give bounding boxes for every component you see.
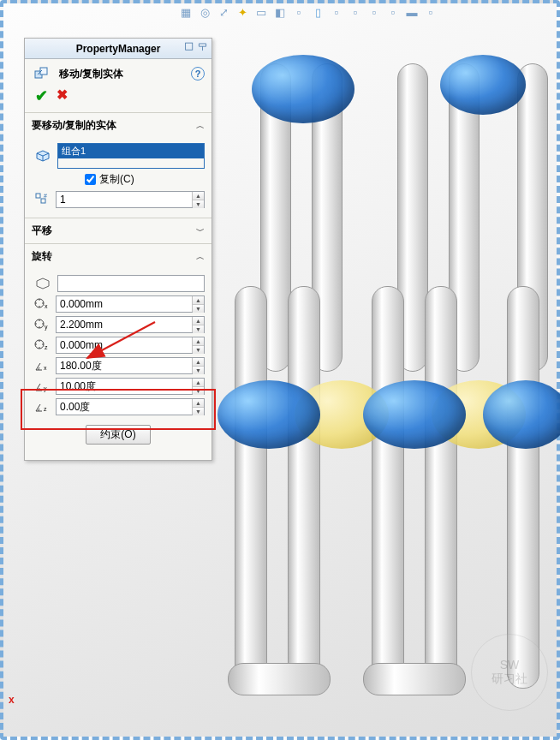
svg-rect-0 (186, 43, 193, 50)
property-manager-panel: PropertyManager 移动/复制实体 ? ✔ ✖ 要移动/复制的实体 … (24, 38, 212, 461)
angle-x-field[interactable]: ▲▼ (56, 357, 205, 374)
constrain-button[interactable]: 约束(O) (86, 425, 150, 445)
tool-icon[interactable]: ▦ (179, 5, 193, 19)
tool-icon[interactable]: ✦ (235, 5, 249, 19)
section-title: 旋转 (32, 249, 52, 264)
spinner-down[interactable]: ▼ (193, 200, 204, 208)
ok-button[interactable]: ✔ (35, 87, 48, 105)
watermark: SW 研习社 (471, 634, 548, 711)
svg-text:z: z (44, 406, 47, 412)
svg-text:x: x (44, 365, 47, 371)
center-y-field[interactable]: ▲▼ (56, 316, 205, 333)
tool-icon[interactable]: ▯ (311, 5, 325, 19)
center-z-field[interactable]: ▲▼ (56, 337, 205, 354)
tool-icon[interactable]: ▫ (367, 5, 381, 19)
tool-icon[interactable]: ▫ (292, 5, 306, 19)
view-toolbar: ▦ ◎ ⤢ ✦ ▭ ◧ ▫ ▯ ▫ ▫ ▫ ▫ ▬ ▫ (179, 5, 438, 19)
copy-count-field[interactable]: ▲▼ (56, 191, 205, 208)
cancel-button[interactable]: ✖ (57, 87, 68, 105)
feature-icon (32, 64, 54, 83)
angle-z-input[interactable] (57, 399, 192, 415)
center-z-input[interactable] (57, 337, 192, 353)
chevron-down-icon: ﹀ (196, 225, 205, 237)
pin-group[interactable] (184, 41, 208, 55)
help-icon[interactable]: ? (191, 67, 205, 81)
tool-icon[interactable]: ◎ (198, 5, 211, 19)
tool-icon[interactable]: ▫ (330, 5, 343, 19)
svg-text:y: y (45, 324, 48, 331)
section-title: 平移 (32, 224, 52, 238)
svg-text:x: x (45, 303, 48, 309)
section-title: 要移动/复制的实体 (32, 118, 116, 133)
feature-title: 移动/复制实体 (59, 67, 123, 81)
spinner-up[interactable]: ▲ (193, 192, 204, 200)
center-x-field[interactable]: ▲▼ (56, 295, 205, 313)
tool-icon[interactable]: ▭ (254, 5, 268, 19)
count-icon: # (32, 190, 52, 209)
tool-icon[interactable]: ▫ (424, 5, 438, 19)
center-y-icon: y (32, 315, 52, 334)
tool-icon[interactable]: ⤢ (217, 5, 230, 19)
section-rotate-header[interactable]: 旋转 ︿ (25, 244, 211, 269)
copy-checkbox[interactable] (85, 174, 96, 185)
svg-text:#: # (44, 193, 47, 199)
selection-box[interactable]: 组合1 (57, 143, 205, 169)
svg-text:y: y (44, 385, 47, 392)
selection-item[interactable]: 组合1 (58, 144, 204, 158)
copy-count-input[interactable] (57, 192, 192, 207)
pm-title-bar: PropertyManager (25, 39, 211, 59)
body-icon (32, 146, 54, 165)
section-translate-header[interactable]: 平移 ﹀ (25, 218, 211, 243)
angle-x-icon: x (32, 356, 52, 375)
axis-select-icon (32, 274, 54, 293)
center-y-input[interactable] (57, 317, 192, 332)
tool-icon[interactable]: ◧ (273, 5, 287, 19)
center-z-icon: z (32, 336, 52, 355)
angle-z-icon: z (32, 397, 52, 416)
copy-label: 复制(C) (99, 172, 134, 187)
tool-icon[interactable]: ▫ (349, 5, 362, 19)
tool-icon[interactable]: ▫ (386, 5, 400, 19)
rotate-axis-field[interactable] (57, 275, 205, 292)
section-bodies-header[interactable]: 要移动/复制的实体 ︿ (25, 113, 211, 138)
origin-x-icon: x (9, 694, 15, 706)
center-x-input[interactable] (57, 296, 192, 312)
pm-title: PropertyManager (76, 43, 161, 55)
angle-x-input[interactable] (57, 358, 192, 373)
angle-y-input[interactable] (57, 379, 192, 394)
tool-icon[interactable]: ▬ (405, 5, 419, 19)
svg-rect-3 (36, 194, 40, 198)
svg-rect-4 (41, 199, 45, 203)
angle-z-field[interactable]: ▲▼ (56, 398, 205, 415)
svg-text:z: z (45, 344, 48, 350)
chevron-up-icon: ︿ (196, 120, 205, 132)
angle-y-field[interactable]: ▲▼ (56, 378, 205, 395)
chevron-up-icon: ︿ (196, 251, 205, 263)
center-x-icon: x (32, 295, 52, 313)
angle-y-icon: y (32, 377, 52, 396)
